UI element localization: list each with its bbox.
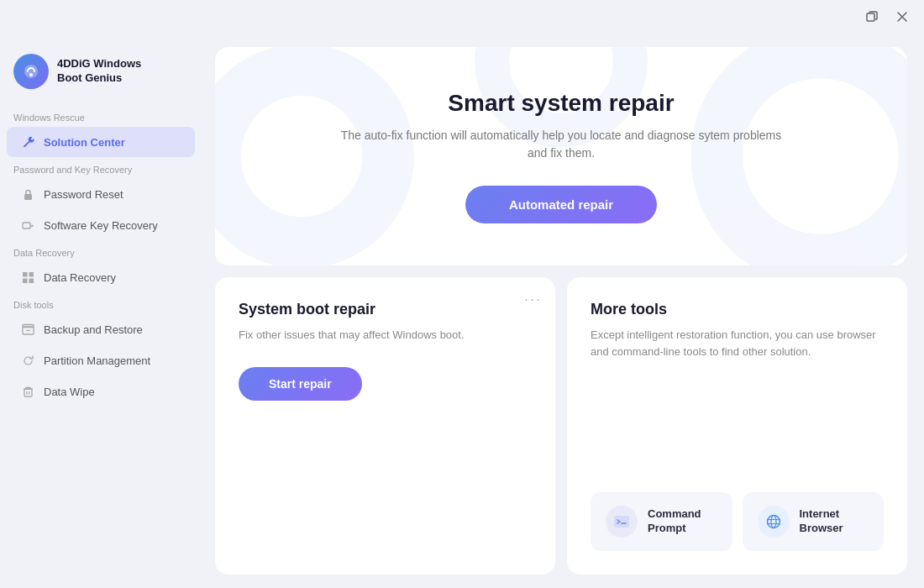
refresh-icon bbox=[20, 353, 35, 368]
hero-subtitle: The auto-fix function will automatically… bbox=[334, 127, 788, 162]
bottom-row: ··· System boot repair Fix other issues … bbox=[215, 277, 907, 575]
svg-point-22 bbox=[767, 516, 780, 528]
sidebar-item-partition-management[interactable]: Partition Management bbox=[7, 345, 195, 375]
svg-rect-14 bbox=[24, 389, 32, 396]
tool-internet-browser[interactable]: Internet Browser bbox=[743, 492, 885, 551]
section-label-windows-rescue: Windows Rescue bbox=[0, 106, 202, 126]
close-button[interactable] bbox=[890, 5, 914, 29]
sidebar: 4DDiG Windows Boot Genius Windows Rescue… bbox=[0, 34, 202, 588]
restore-button[interactable] bbox=[860, 5, 884, 29]
sidebar-item-label-password-reset: Password Reset bbox=[44, 188, 123, 201]
brand-icon bbox=[13, 54, 49, 89]
svg-point-23 bbox=[771, 516, 776, 528]
hero-card: Smart system repair The auto-fix functio… bbox=[215, 47, 907, 265]
sidebar-item-label-software-key-recovery: Software Key Recovery bbox=[44, 219, 158, 232]
svg-rect-9 bbox=[23, 278, 28, 283]
sidebar-item-backup-and-restore[interactable]: Backup and Restore bbox=[7, 314, 195, 344]
command-prompt-label: Command Prompt bbox=[648, 507, 701, 536]
svg-rect-12 bbox=[23, 324, 34, 327]
archive-icon bbox=[20, 322, 35, 337]
title-bar bbox=[0, 0, 924, 34]
sidebar-item-password-reset[interactable]: Password Reset bbox=[7, 179, 195, 209]
svg-rect-8 bbox=[29, 272, 34, 277]
card-menu-dots[interactable]: ··· bbox=[524, 291, 542, 308]
sidebar-item-software-key-recovery[interactable]: Software Key Recovery bbox=[7, 210, 195, 240]
svg-rect-20 bbox=[614, 516, 629, 528]
main-content: Smart system repair The auto-fix functio… bbox=[202, 34, 924, 588]
section-label-data-recovery: Data Recovery bbox=[0, 241, 202, 261]
start-repair-button[interactable]: Start repair bbox=[239, 367, 362, 401]
trash-icon bbox=[20, 384, 35, 399]
section-label-password: Password and Key Recovery bbox=[0, 158, 202, 178]
boot-card-title: System boot repair bbox=[239, 301, 532, 318]
globe-icon bbox=[765, 513, 782, 530]
svg-rect-7 bbox=[23, 272, 28, 277]
sidebar-item-solution-center[interactable]: Solution Center bbox=[7, 127, 195, 157]
section-label-disk-tools: Disk tools bbox=[0, 293, 202, 313]
internet-browser-label: Internet Browser bbox=[800, 507, 843, 536]
sidebar-item-label-backup-and-restore: Backup and Restore bbox=[44, 323, 143, 336]
command-prompt-icon-bg bbox=[606, 506, 638, 538]
tools-card-title: More tools bbox=[591, 301, 884, 318]
brand-name: 4DDiG Windows Boot Genius bbox=[57, 57, 141, 86]
hero-title: Smart system repair bbox=[448, 90, 674, 117]
internet-browser-icon-bg bbox=[758, 506, 790, 538]
sidebar-item-label-data-recovery: Data Recovery bbox=[44, 271, 116, 284]
sidebar-item-label-partition-management: Partition Management bbox=[44, 354, 150, 367]
sidebar-item-label-solution-center: Solution Center bbox=[44, 136, 125, 149]
grid-icon bbox=[20, 270, 35, 285]
svg-rect-10 bbox=[29, 278, 34, 283]
tools-grid: Command Prompt Internet Browser bbox=[591, 492, 884, 551]
sidebar-item-data-recovery[interactable]: Data Recovery bbox=[7, 262, 195, 292]
app-container: 4DDiG Windows Boot Genius Windows Rescue… bbox=[0, 34, 924, 588]
svg-rect-0 bbox=[867, 13, 874, 21]
brand: 4DDiG Windows Boot Genius bbox=[0, 47, 202, 106]
more-tools-card: More tools Except intelligent restoratio… bbox=[567, 277, 907, 575]
boot-card-description: Fix other issues that may affect Windows… bbox=[239, 327, 532, 344]
tool-command-prompt[interactable]: Command Prompt bbox=[591, 492, 732, 551]
lock-icon bbox=[20, 186, 35, 202]
sidebar-item-data-wipe[interactable]: Data Wipe bbox=[7, 376, 195, 407]
tools-card-description: Except intelligent restoration function,… bbox=[591, 327, 884, 360]
wrench-icon bbox=[20, 134, 35, 150]
automated-repair-button[interactable]: Automated repair bbox=[465, 186, 657, 223]
terminal-icon bbox=[613, 513, 630, 530]
svg-point-2 bbox=[29, 73, 33, 76]
sidebar-item-label-data-wipe: Data Wipe bbox=[44, 386, 95, 398]
svg-rect-3 bbox=[24, 194, 32, 200]
svg-rect-4 bbox=[23, 223, 30, 228]
boot-repair-card: ··· System boot repair Fix other issues … bbox=[215, 277, 555, 575]
key-icon bbox=[20, 218, 35, 233]
